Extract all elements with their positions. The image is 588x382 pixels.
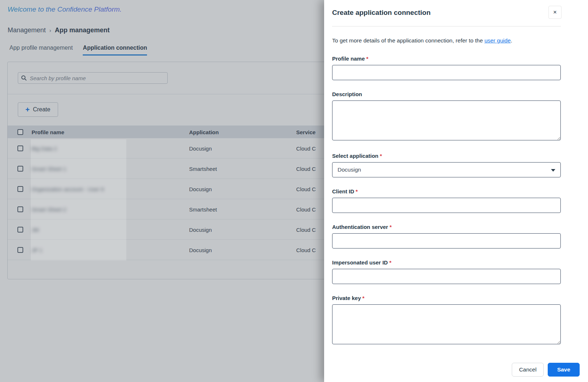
auth-server-label: Authentication server* bbox=[332, 224, 561, 230]
chevron-down-icon bbox=[551, 169, 555, 172]
save-button[interactable]: Save bbox=[548, 363, 580, 377]
impersonated-user-id-label: Impersonated user ID* bbox=[332, 259, 561, 266]
select-application-label: Select application* bbox=[332, 153, 561, 159]
create-connection-drawer: Create application connection × To get m… bbox=[324, 0, 588, 382]
drawer-header: Create application connection × bbox=[324, 0, 588, 17]
profile-name-label: Profile name* bbox=[332, 56, 561, 62]
connection-form: Profile name* Description Select applica… bbox=[332, 56, 561, 346]
application-dropdown-value: Docusign bbox=[338, 167, 361, 173]
field-profile-name: Profile name* bbox=[332, 56, 561, 80]
field-auth-server: Authentication server* bbox=[332, 224, 561, 248]
required-asterisk: * bbox=[362, 295, 364, 301]
required-asterisk: * bbox=[366, 56, 368, 62]
user-guide-link[interactable]: user guide bbox=[485, 37, 511, 44]
cancel-button[interactable]: Cancel bbox=[512, 363, 544, 377]
description-label: Description bbox=[332, 91, 561, 97]
auth-server-input[interactable] bbox=[332, 233, 561, 248]
field-impersonated-user-id: Impersonated user ID* bbox=[332, 259, 561, 284]
private-key-label: Private key* bbox=[332, 295, 561, 301]
profile-name-input[interactable] bbox=[332, 65, 561, 80]
intro-text: To get more details of the application c… bbox=[332, 37, 561, 44]
intro-suffix: . bbox=[511, 37, 512, 44]
drawer-footer: Cancel Save bbox=[324, 363, 580, 377]
required-asterisk: * bbox=[356, 188, 358, 194]
field-client-id: Client ID* bbox=[332, 188, 561, 213]
required-asterisk: * bbox=[389, 259, 391, 266]
redaction-blur-strip bbox=[31, 139, 126, 260]
application-dropdown[interactable]: Docusign bbox=[332, 162, 561, 177]
close-button[interactable]: × bbox=[548, 6, 562, 19]
required-asterisk: * bbox=[389, 224, 392, 230]
private-key-textarea[interactable] bbox=[332, 304, 561, 344]
client-id-input[interactable] bbox=[332, 198, 561, 213]
required-asterisk: * bbox=[380, 153, 382, 159]
description-textarea[interactable] bbox=[332, 100, 561, 140]
field-select-application: Select application* Docusign bbox=[332, 153, 561, 177]
client-id-label: Client ID* bbox=[332, 188, 561, 194]
field-description: Description bbox=[332, 91, 561, 142]
intro-prefix: To get more details of the application c… bbox=[332, 37, 485, 44]
drawer-divider bbox=[332, 26, 561, 26]
close-icon: × bbox=[553, 9, 557, 16]
field-private-key: Private key* bbox=[332, 295, 561, 346]
impersonated-user-id-input[interactable] bbox=[332, 269, 561, 284]
